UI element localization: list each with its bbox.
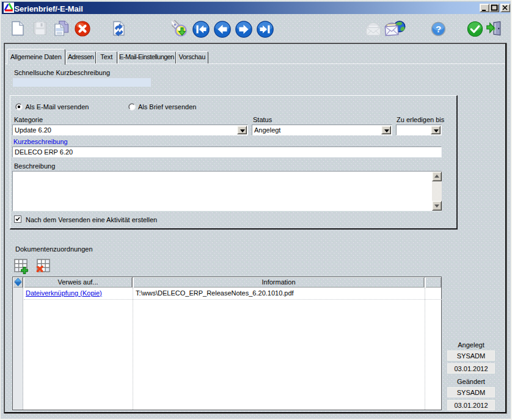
- svg-text:?: ?: [436, 24, 441, 34]
